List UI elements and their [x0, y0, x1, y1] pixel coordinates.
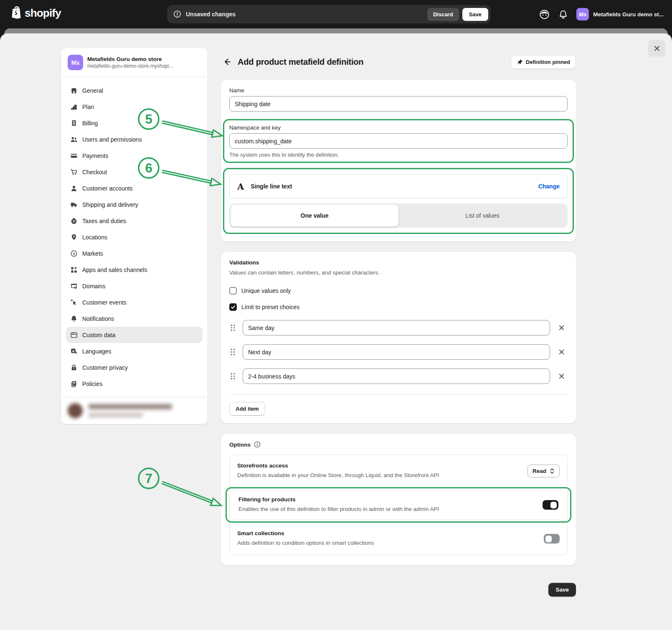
close-icon — [558, 373, 565, 380]
close-button[interactable] — [648, 40, 665, 57]
page-title: Add product metafield definition — [238, 57, 363, 67]
filtering-for-products-toggle[interactable] — [543, 500, 558, 510]
drag-handle-icon[interactable] — [231, 324, 236, 331]
sidebar-item-policies[interactable]: Policies — [66, 376, 203, 392]
sidebar-item-markets[interactable]: $Markets — [66, 245, 203, 262]
notifications-bell-icon-topbar[interactable] — [558, 10, 568, 19]
store-avatar[interactable]: Ms — [576, 8, 589, 20]
sidebar-store-avatar: Ms — [68, 55, 83, 70]
preset-choices-list — [229, 320, 568, 384]
option-row-filtering-for-products: Filtering for productsEnables the use of… — [227, 490, 570, 519]
name-label: Name — [229, 87, 568, 94]
save-button-bottom[interactable]: Save — [548, 583, 576, 597]
sidebar-item-label: Taxes and duties — [82, 218, 126, 224]
sidebar-item-customer-privacy[interactable]: Customer privacy — [66, 359, 203, 376]
checkout-cart-icon — [70, 168, 78, 176]
sidebar-item-notifications[interactable]: Notifications — [66, 310, 203, 327]
sidebar-store-domain: metafields-guru-demo-store.myshopi... — [87, 63, 173, 69]
apps-icon — [70, 266, 78, 274]
users-icon — [70, 136, 78, 143]
content-type-name: Single line text — [251, 183, 292, 190]
back-button[interactable] — [221, 56, 233, 68]
checkbox-checked[interactable] — [229, 303, 237, 311]
checkbox-label: Unique values only — [241, 287, 291, 294]
name-input[interactable] — [229, 96, 568, 112]
storefronts-access-select[interactable]: Read — [527, 465, 560, 478]
validations-card: Validations Values can contain letters, … — [221, 252, 576, 423]
annotation-box-namespace: Namespace and key The system uses this t… — [223, 119, 574, 163]
checkbox[interactable] — [229, 287, 237, 295]
sidebar-item-customer-events[interactable]: Customer events — [66, 294, 203, 310]
markets-globe-icon: $ — [70, 250, 78, 257]
annotation-box-type: A Single line text Change One valueList … — [223, 168, 574, 234]
remove-choice-button[interactable] — [555, 322, 568, 334]
sidebar-item-billing[interactable]: Billing — [66, 115, 203, 131]
privacy-lock-icon — [70, 364, 78, 371]
remove-choice-button[interactable] — [555, 370, 568, 383]
sidebar-item-label: Domains — [82, 283, 105, 290]
drag-handle-icon[interactable] — [231, 373, 236, 380]
sidebar-item-label: Plan — [82, 104, 94, 110]
back-arrow-icon — [222, 57, 231, 66]
shopify-logo: shopify — [10, 6, 61, 20]
add-item-button[interactable]: Add item — [229, 402, 265, 416]
shopify-bag-icon — [10, 6, 21, 20]
save-button-topbar[interactable]: Save — [462, 8, 488, 21]
info-icon[interactable] — [254, 441, 261, 448]
namespace-input[interactable] — [229, 133, 568, 149]
change-type-link[interactable]: Change — [538, 183, 560, 190]
sidebar-item-domains[interactable]: Domains — [66, 278, 203, 294]
locations-pin-icon — [70, 234, 78, 241]
preset-choice-input-1[interactable] — [243, 344, 550, 360]
definition-pinned-button[interactable]: Definition pinned — [511, 55, 576, 69]
discard-button[interactable]: Discard — [427, 8, 459, 21]
customer-events-icon — [70, 299, 78, 306]
sidebar-item-label: Checkout — [82, 169, 107, 175]
sidebar-item-label: Payments — [82, 152, 108, 159]
sidebar-item-payments[interactable]: Payments — [66, 147, 203, 164]
segment-one-value[interactable]: One value — [231, 205, 398, 226]
single-line-text-icon: A — [237, 181, 244, 192]
sidebar-item-checkout[interactable]: Checkout — [66, 164, 203, 180]
definition-pinned-label: Definition pinned — [526, 59, 570, 65]
app-avatar-icon[interactable] — [539, 9, 550, 20]
custom-data-icon — [70, 331, 78, 339]
shopify-wordmark: shopify — [25, 7, 61, 20]
smart-collections-toggle[interactable] — [544, 534, 560, 544]
sidebar-item-customer-accounts[interactable]: Customer accounts — [66, 180, 203, 196]
checkbox-row-limit-to-preset-choices[interactable]: Limit to preset choices — [229, 301, 568, 313]
segment-list-of-values[interactable]: List of values — [398, 205, 566, 226]
drag-handle-icon[interactable] — [231, 348, 236, 356]
sidebar-item-apps-and-sales-channels[interactable]: Apps and sales channels — [66, 262, 203, 278]
domains-icon — [70, 282, 78, 290]
sidebar-item-label: Notifications — [82, 315, 114, 322]
checkbox-row-unique-values-only[interactable]: Unique values only — [229, 285, 568, 297]
taxes-icon — [70, 217, 78, 225]
remove-choice-button[interactable] — [555, 346, 568, 358]
sidebar-item-taxes-and-duties[interactable]: Taxes and duties — [66, 213, 203, 229]
sidebar-item-users-and-permissions[interactable]: Users and permissions — [66, 131, 203, 147]
sidebar-item-general[interactable]: General — [66, 82, 203, 99]
preset-choice-input-2[interactable] — [243, 368, 550, 384]
sidebar-user-footer[interactable] — [61, 397, 208, 424]
store-name-topbar[interactable]: Metafields Guru demo st... — [593, 11, 664, 18]
option-title: Storefronts access — [237, 462, 439, 469]
chevron-updown-icon — [550, 468, 555, 474]
sidebar-item-label: Customer accounts — [82, 185, 133, 192]
topbar: shopify Unsaved changes Discard Save Ms … — [0, 0, 672, 28]
sidebar-item-custom-data[interactable]: Custom data — [66, 327, 203, 343]
preset-choice-input-0[interactable] — [243, 320, 550, 335]
sidebar-item-plan[interactable]: Plan — [66, 99, 203, 115]
plan-icon — [70, 103, 78, 111]
close-icon — [558, 324, 565, 331]
pin-icon — [517, 59, 523, 65]
customer-accounts-icon — [70, 185, 78, 192]
sidebar-item-label: Markets — [82, 250, 103, 257]
sidebar-item-locations[interactable]: Locations — [66, 229, 203, 245]
sidebar-store-header[interactable]: Ms Metafields Guru demo store metafields… — [61, 48, 208, 77]
svg-text:A: A — [72, 349, 75, 353]
sidebar-item-shipping-and-delivery[interactable]: Shipping and delivery — [66, 196, 203, 213]
option-description: Definition is available in your Online S… — [237, 471, 439, 480]
option-title: Filtering for products — [238, 496, 439, 503]
sidebar-item-languages[interactable]: ALanguages — [66, 343, 203, 359]
